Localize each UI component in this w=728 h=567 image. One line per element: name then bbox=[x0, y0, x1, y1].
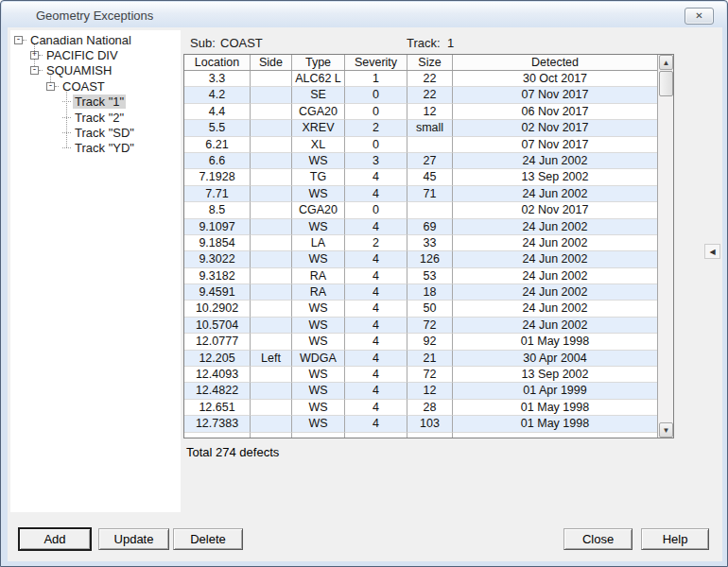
tree-item-pacific-div[interactable]: +PACIFIC DIV bbox=[10, 47, 181, 62]
table-row[interactable] bbox=[184, 433, 657, 438]
table-row[interactable]: 6.6WS32724 Jun 2002 bbox=[184, 153, 657, 169]
cell-side bbox=[251, 433, 292, 438]
delete-button[interactable]: Delete bbox=[173, 528, 243, 550]
scroll-up-icon[interactable]: ▲ bbox=[659, 55, 673, 70]
cell-detected: 24 Jun 2002 bbox=[453, 301, 657, 317]
cell-location: 12.205 bbox=[184, 351, 251, 367]
column-header-severity[interactable]: Severity bbox=[345, 55, 407, 70]
table-row[interactable]: 12.4093WS47213 Sep 2002 bbox=[184, 367, 657, 383]
subdivision-tree[interactable]: -Canadian National+PACIFIC DIV-SQUAMISH-… bbox=[10, 30, 181, 512]
collapse-left-icon[interactable]: ◀ bbox=[704, 244, 720, 259]
column-header-size[interactable]: Size bbox=[407, 55, 453, 70]
tree-item-track-yd[interactable]: Track "YD" bbox=[10, 141, 181, 156]
table-row[interactable]: 10.5704WS47224 Jun 2002 bbox=[184, 318, 657, 334]
tree-item-label[interactable]: Canadian National bbox=[28, 33, 133, 47]
table-row[interactable]: 9.1097WS46924 Jun 2002 bbox=[184, 219, 657, 235]
tree-item-label[interactable]: Track "YD" bbox=[73, 141, 136, 155]
title-bar[interactable]: Geometry Exceptions ✕ bbox=[2, 2, 726, 27]
tree-item-label[interactable]: PACIFIC DIV bbox=[44, 48, 120, 62]
table-row[interactable]: 9.4591RA41824 Jun 2002 bbox=[184, 284, 657, 301]
cell-location bbox=[184, 433, 251, 438]
table-row[interactable]: 9.3182RA45324 Jun 2002 bbox=[184, 268, 657, 284]
tree-item-track-sd[interactable]: Track "SD" bbox=[10, 125, 181, 140]
table-row[interactable]: 4.2SE02207 Nov 2017 bbox=[184, 87, 657, 103]
cell-location: 12.4822 bbox=[184, 383, 251, 399]
table-row[interactable]: 12.4822WS41201 Apr 1999 bbox=[184, 383, 657, 399]
cell-detected bbox=[453, 433, 657, 438]
table-row[interactable]: 5.5XREV2small02 Nov 2017 bbox=[184, 120, 657, 136]
cell-location: 10.2902 bbox=[184, 301, 251, 317]
cell-side bbox=[251, 186, 292, 202]
add-button[interactable]: Add bbox=[19, 528, 91, 550]
cell-detected: 02 Nov 2017 bbox=[453, 120, 657, 136]
table-row[interactable]: 10.2902WS45024 Jun 2002 bbox=[184, 301, 657, 317]
scroll-down-icon[interactable]: ▼ bbox=[659, 422, 673, 438]
cell-severity: 4 bbox=[345, 334, 407, 350]
cell-detected: 24 Jun 2002 bbox=[453, 284, 657, 301]
cell-type: WS bbox=[292, 251, 345, 267]
table-row[interactable]: 12.0777WS49201 May 1998 bbox=[184, 334, 657, 350]
total-defects-label: Total 274 defects bbox=[186, 445, 279, 459]
column-header-location[interactable]: Location bbox=[184, 55, 251, 70]
cell-severity: 4 bbox=[345, 416, 407, 432]
cell-type: WS bbox=[292, 318, 345, 334]
cell-type: WS bbox=[292, 219, 345, 235]
table-row[interactable]: 7.71WS47124 Jun 2002 bbox=[184, 186, 657, 202]
collapse-minus-icon[interactable]: - bbox=[46, 82, 55, 91]
column-header-detected[interactable]: Detected bbox=[453, 55, 657, 70]
cell-size: 21 bbox=[407, 351, 453, 367]
cell-side bbox=[251, 137, 292, 153]
cell-size: 28 bbox=[407, 400, 453, 416]
tree-item-label[interactable]: COAST bbox=[61, 79, 107, 94]
cell-side bbox=[251, 251, 292, 267]
cell-type: SE bbox=[292, 87, 345, 103]
column-header-side[interactable]: Side bbox=[251, 55, 292, 70]
tree-item-coast[interactable]: -COAST bbox=[10, 78, 181, 94]
table-row[interactable]: 7.1928TG44513 Sep 2002 bbox=[184, 169, 657, 185]
table-row[interactable]: 9.3022WS412624 Jun 2002 bbox=[184, 251, 657, 267]
table-row[interactable]: 6.21XL007 Nov 2017 bbox=[184, 137, 657, 153]
vertical-scrollbar[interactable]: ▲ ▼ bbox=[657, 55, 673, 438]
tree-item-track-1[interactable]: Track "1" bbox=[10, 94, 181, 110]
cell-size bbox=[407, 433, 453, 438]
cell-detected: 13 Sep 2002 bbox=[453, 169, 657, 185]
cell-size: 22 bbox=[407, 71, 453, 87]
close-icon[interactable]: ✕ bbox=[685, 8, 714, 25]
tree-item-canadian-national[interactable]: -Canadian National bbox=[10, 32, 181, 47]
cell-detected: 24 Jun 2002 bbox=[453, 318, 657, 334]
tree-connector bbox=[55, 86, 59, 87]
cell-size: 103 bbox=[407, 416, 453, 432]
table-row[interactable]: 12.205LeftWDGA42130 Apr 2004 bbox=[184, 351, 657, 367]
cell-severity: 4 bbox=[345, 351, 407, 367]
tree-item-track-2[interactable]: Track "2" bbox=[10, 110, 181, 125]
tree-item-label[interactable]: Track "2" bbox=[73, 111, 126, 125]
table-row[interactable]: 3.3ALC62 L12230 Oct 2017 bbox=[184, 71, 657, 87]
cell-type: ALC62 L bbox=[292, 71, 345, 87]
table-row[interactable]: 9.1854LA23324 Jun 2002 bbox=[184, 235, 657, 251]
column-header-type[interactable]: Type bbox=[292, 55, 345, 70]
table-row[interactable]: 12.7383WS410301 May 1998 bbox=[184, 416, 657, 432]
cell-location: 9.3182 bbox=[184, 268, 251, 284]
close-button[interactable]: Close bbox=[563, 528, 633, 550]
help-button[interactable]: Help bbox=[641, 528, 709, 550]
cell-size: 45 bbox=[407, 169, 453, 185]
tree-item-label[interactable]: SQUAMISH bbox=[44, 63, 113, 77]
tree-item-label[interactable]: Track "SD" bbox=[73, 126, 136, 140]
tree-item-label[interactable]: Track "1" bbox=[73, 94, 126, 109]
cell-type: WS bbox=[292, 334, 345, 350]
table-row[interactable]: 12.651WS42801 May 1998 bbox=[184, 400, 657, 416]
table-row[interactable]: 8.5CGA20002 Nov 2017 bbox=[184, 202, 657, 218]
cell-size: 126 bbox=[407, 251, 453, 267]
table-row[interactable]: 4.4CGA2001206 Nov 2017 bbox=[184, 104, 657, 120]
scrollbar-thumb[interactable] bbox=[659, 71, 673, 96]
cell-detected: 30 Oct 2017 bbox=[453, 71, 657, 87]
cell-detected: 24 Jun 2002 bbox=[453, 186, 657, 202]
cell-size: 50 bbox=[407, 301, 453, 317]
cell-severity bbox=[345, 433, 407, 438]
expand-plus-icon[interactable]: + bbox=[30, 51, 39, 60]
tree-item-squamish[interactable]: -SQUAMISH bbox=[10, 63, 181, 78]
update-button[interactable]: Update bbox=[98, 528, 169, 550]
collapse-minus-icon[interactable]: - bbox=[14, 36, 23, 44]
cell-type: LA bbox=[292, 235, 345, 251]
collapse-minus-icon[interactable]: - bbox=[30, 66, 39, 75]
